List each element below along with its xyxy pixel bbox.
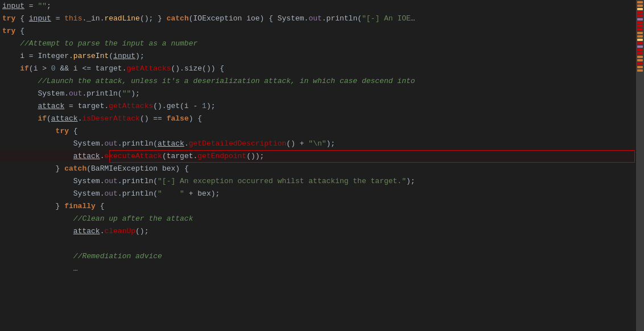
token: ); — [207, 100, 216, 113]
code-line: try { — [0, 125, 636, 138]
token: 0 — [51, 63, 56, 75]
token: IOException — [193, 13, 242, 25]
scrollbar-marker — [637, 63, 643, 65]
token: System. — [2, 188, 104, 200]
code-line: if(attack.isDeserAttack() == false) { — [0, 113, 636, 125]
code-line: try { input = this._in.readLine(); } cat… — [0, 13, 636, 25]
token: .println( — [118, 175, 158, 188]
token: = — [24, 0, 38, 13]
code-area[interactable]: input = "";try { input = this._in.readLi… — [0, 0, 636, 331]
scrollbar-marker — [637, 11, 643, 14]
token: out — [104, 138, 117, 150]
token: (); — [135, 225, 148, 238]
token — [2, 50, 20, 63]
token: && i <= target. — [56, 63, 127, 75]
code-line: attack.cleanUp(); — [0, 225, 636, 238]
token: input — [113, 50, 135, 63]
token: "" — [38, 0, 47, 13]
token: attack — [73, 150, 100, 163]
code-line: System.out.println(""); — [0, 88, 636, 100]
code-line: System.out.println(" " + bex); — [0, 188, 636, 200]
token — [2, 100, 38, 113]
code-line: } catch(BaRMIeException bex) { — [0, 163, 636, 175]
scrollbar-marker — [637, 32, 643, 34]
token: "[-] An IOE — [362, 13, 411, 25]
token: { — [15, 13, 28, 25]
code-line: … — [0, 263, 636, 275]
token: "\n" — [308, 138, 326, 150]
token: ().size()) { — [171, 63, 225, 75]
token — [2, 63, 20, 75]
scrollbar-marker — [637, 49, 643, 51]
scrollbar-marker — [637, 52, 643, 55]
token: ( — [109, 50, 113, 63]
token: try — [2, 125, 69, 138]
token: attack — [51, 113, 78, 125]
token: if — [20, 63, 29, 75]
token: + bex); — [184, 188, 220, 200]
scrollbar-marker — [637, 42, 643, 44]
token: this — [64, 13, 82, 25]
code-line: attack = target.getAttacks().get(i - 1); — [0, 100, 636, 113]
code-line: System.out.println(attack.getDetailedDes… — [0, 138, 636, 150]
token: i — [20, 50, 24, 63]
token: if — [38, 113, 47, 125]
token: out — [69, 88, 82, 100]
token: .println( — [82, 88, 122, 100]
scrollbar-marker — [637, 1, 643, 3]
token: .println( — [118, 188, 158, 200]
token: ); — [135, 50, 145, 63]
token — [2, 150, 73, 163]
token: attack — [158, 138, 184, 150]
code-line: //Remediation advice — [0, 250, 636, 263]
scrollbar-marker — [637, 15, 643, 17]
scrollbar-marker — [637, 25, 643, 27]
token: //Launch the attack, unless it's a deser… — [38, 75, 415, 88]
token: ().get(i - — [153, 100, 202, 113]
token: ()); — [246, 150, 264, 163]
scrollbar-marker — [637, 56, 643, 58]
token: getAttacks — [109, 100, 153, 113]
token: "[-] An exception occurred whilst attack… — [158, 175, 406, 188]
scrollbar-marker — [637, 28, 643, 31]
token: input — [2, 0, 24, 13]
token: ; — [47, 0, 51, 13]
token: ._in. — [82, 13, 104, 25]
token: try — [2, 13, 15, 25]
scrollbar-marker — [637, 69, 643, 72]
token: System. — [2, 138, 104, 150]
token: . — [100, 150, 105, 163]
token: . — [100, 225, 105, 238]
code-line: attack.executeAttack(target.getEndpoint(… — [0, 150, 636, 163]
token: getEndpoint — [197, 150, 246, 163]
token: (i > — [29, 63, 51, 75]
scrollbar-marker — [637, 59, 643, 61]
token: finally — [64, 200, 96, 213]
token: ); — [131, 88, 140, 100]
token: try — [2, 25, 15, 38]
token: System. — [2, 175, 104, 188]
token: () == — [140, 113, 167, 125]
token: isDeserAttack — [82, 113, 139, 125]
scrollbar-marker — [637, 66, 643, 68]
token: ( — [47, 113, 51, 125]
token: (); } — [140, 13, 167, 25]
token: parseInt — [73, 50, 109, 63]
token: ); — [327, 138, 336, 150]
token: .println( — [118, 138, 158, 150]
token: } — [2, 200, 64, 213]
token: . — [78, 113, 82, 125]
scrollbar[interactable] — [636, 0, 644, 331]
code-line: } finally { — [0, 200, 636, 213]
token: = target. — [64, 100, 109, 113]
token: readLine — [104, 13, 139, 25]
token — [2, 38, 20, 50]
token — [2, 113, 38, 125]
token: { — [96, 200, 105, 213]
token: .println( — [322, 13, 362, 25]
token: BaRMIeException — [91, 163, 158, 175]
code-line: if(i > 0 && i <= target.getAttacks().siz… — [0, 63, 636, 75]
token: ( — [86, 163, 91, 175]
token: getAttacks — [126, 63, 171, 75]
code-line: //Attempt to parse the input as a number — [0, 38, 636, 50]
